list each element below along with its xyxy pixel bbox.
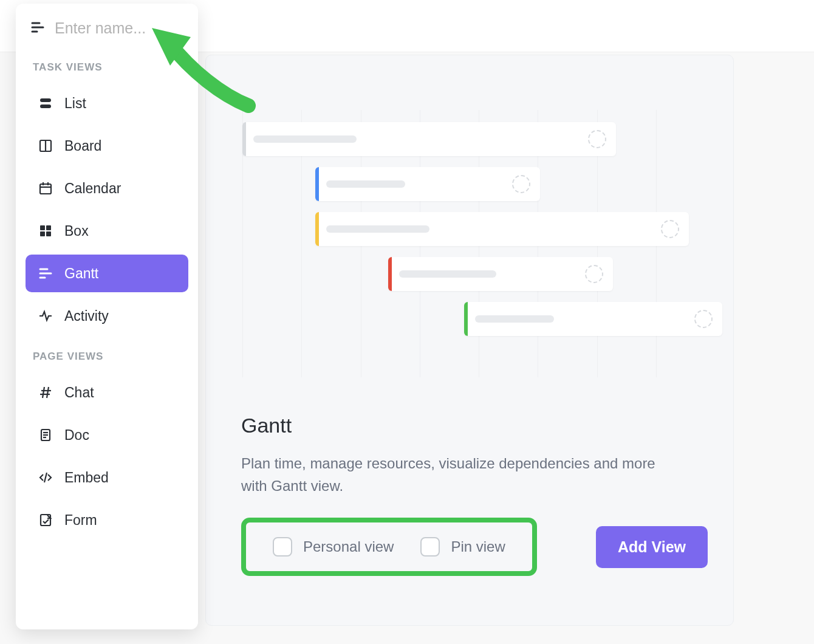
page-view-doc[interactable]: Doc [26,416,188,454]
view-options-highlight: Personal view Pin view [241,518,537,576]
board-icon [38,138,53,154]
page-view-chat[interactable]: Chat [26,374,188,411]
nav-label: Chat [64,385,94,401]
embed-icon [38,470,53,485]
section-task-views: TASK VIEWS [16,48,198,82]
svg-line-21 [47,387,49,398]
nav-label: Activity [64,308,109,324]
task-view-activity[interactable]: Activity [26,297,188,335]
name-row [16,19,198,48]
app-root: TASK VIEWS List Board Calendar Box [0,0,814,644]
task-view-calendar[interactable]: Calendar [26,170,188,207]
preview-body: Gantt Plan time, manage resources, visua… [224,389,715,576]
view-preview-card: Gantt Plan time, manage resources, visua… [205,55,734,626]
svg-rect-4 [40,104,51,108]
svg-rect-11 [40,225,45,230]
activity-icon [38,308,53,324]
gantt-icon [30,20,45,37]
option-label: Personal view [303,538,394,555]
page-view-form[interactable]: Form [26,501,188,539]
nav-label: Embed [64,470,109,486]
page-view-embed[interactable]: Embed [26,459,188,496]
personal-view-option[interactable]: Personal view [273,537,394,557]
checkbox-icon[interactable] [420,537,440,557]
task-view-gantt[interactable]: Gantt [26,255,188,292]
nav-label: Calendar [64,180,121,197]
preview-title: Gantt [241,414,708,437]
nav-label: Form [64,512,97,529]
checkbox-icon[interactable] [273,537,292,557]
nav-label: Gantt [64,265,98,282]
nav-label: Board [64,138,101,154]
list-icon [38,95,53,111]
options-row: Personal view Pin view Add View [241,518,708,576]
add-view-button[interactable]: Add View [596,526,708,568]
calendar-icon [38,180,53,196]
nav-label: Box [64,223,89,239]
gantt-preview-illustration [224,74,715,389]
gantt-icon [38,265,53,281]
pin-view-option[interactable]: Pin view [420,537,505,557]
form-icon [38,512,53,528]
svg-rect-13 [40,231,45,236]
task-view-box[interactable]: Box [26,212,188,250]
hash-icon [38,385,53,400]
box-icon [38,223,53,239]
nav-label: Doc [64,427,89,444]
svg-rect-7 [40,184,51,194]
view-name-input[interactable] [55,19,183,37]
task-view-list[interactable]: List [26,84,188,122]
svg-line-20 [43,387,44,398]
svg-rect-14 [46,231,51,236]
section-page-views: PAGE VIEWS [16,337,198,371]
option-label: Pin view [451,538,505,555]
nav-label: List [64,95,86,112]
doc-icon [38,427,53,443]
svg-rect-12 [46,225,51,230]
views-dropdown-panel: TASK VIEWS List Board Calendar Box [16,4,198,629]
preview-description: Plan time, manage resources, visualize d… [241,452,685,497]
svg-line-26 [44,473,47,482]
task-view-board[interactable]: Board [26,127,188,165]
svg-rect-3 [40,98,51,102]
